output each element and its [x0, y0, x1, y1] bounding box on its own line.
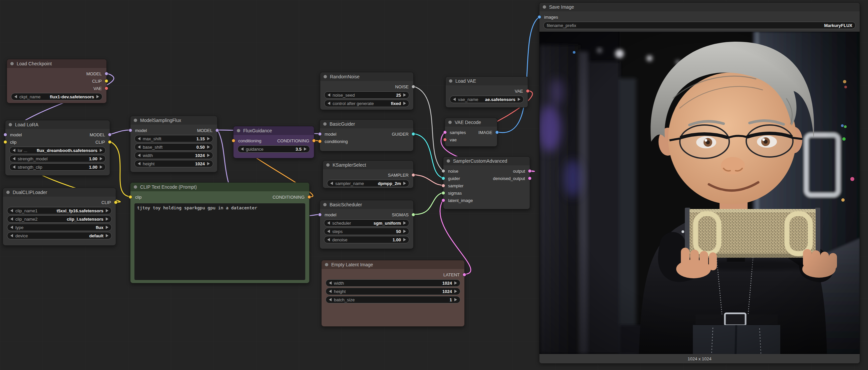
widget-device[interactable]: device default	[7, 232, 112, 239]
node-header[interactable]: Load VAE	[446, 77, 528, 85]
conditioning-input-port[interactable]	[232, 139, 236, 143]
increment-arrow-icon[interactable]	[207, 137, 210, 140]
prev-arrow-icon[interactable]	[328, 102, 330, 105]
node-empty-latent-image[interactable]: Empty Latent Image LATENT width 1024 hei…	[321, 260, 465, 327]
increment-arrow-icon[interactable]	[100, 157, 102, 160]
node-header[interactable]: ModelSamplingFlux	[130, 116, 217, 125]
node-flux-guidance[interactable]: FluxGuidance conditioning CONDITIONING g…	[233, 126, 314, 158]
latent-output-port[interactable]	[463, 273, 466, 277]
widget-sampler-name[interactable]: sampler_name dpmpp_2m	[327, 180, 409, 187]
decrement-arrow-icon[interactable]	[241, 147, 244, 151]
prev-arrow-icon[interactable]	[13, 149, 16, 152]
decrement-arrow-icon[interactable]	[13, 157, 16, 160]
widget-base-shift[interactable]: base_shift 0.50	[134, 143, 213, 151]
decrement-arrow-icon[interactable]	[138, 154, 141, 157]
increment-arrow-icon[interactable]	[207, 162, 210, 165]
node-header[interactable]: Empty Latent Image	[321, 260, 464, 269]
vae-output-port[interactable]	[526, 89, 530, 93]
node-ksampler-select[interactable]: KSamplerSelect SAMPLER sampler_name dpmp…	[322, 160, 414, 188]
node-header[interactable]: BasicGuider	[320, 120, 413, 128]
decrement-arrow-icon[interactable]	[329, 290, 332, 293]
prompt-textarea[interactable]: tjtoy toy holding sparkgpu gpu in a data…	[134, 203, 305, 280]
prev-arrow-icon[interactable]	[453, 98, 456, 101]
next-arrow-icon[interactable]	[403, 182, 406, 185]
widget-width[interactable]: width 1024	[134, 152, 213, 159]
model-input-port[interactable]	[4, 133, 7, 137]
node-model-sampling-flux[interactable]: ModelSamplingFlux model MODEL max_shift …	[130, 116, 217, 172]
increment-arrow-icon[interactable]	[207, 145, 210, 149]
guider-output-port[interactable]	[412, 132, 415, 136]
collapse-dot-icon[interactable]	[237, 129, 240, 132]
decrement-arrow-icon[interactable]	[327, 230, 330, 233]
clip-output-port[interactable]	[105, 79, 108, 83]
noise-input-port[interactable]	[442, 169, 445, 173]
decrement-arrow-icon[interactable]	[329, 281, 332, 285]
widget-guidance[interactable]: guidance 3.5	[238, 145, 310, 153]
next-arrow-icon[interactable]	[106, 234, 108, 237]
node-random-noise[interactable]: RandomNoise NOISE noise_seed 25 control …	[320, 72, 414, 110]
node-header[interactable]: Load Checkpoint	[7, 59, 106, 68]
widget-vae-name[interactable]: vae_name ae.safetensors	[450, 96, 524, 103]
model-output-port[interactable]	[108, 133, 112, 137]
conditioning-output-port[interactable]	[308, 195, 311, 199]
widget-steps[interactable]: steps 50	[324, 228, 409, 235]
node-header[interactable]: RandomNoise	[320, 72, 413, 81]
collapse-dot-icon[interactable]	[448, 121, 452, 124]
increment-arrow-icon[interactable]	[454, 298, 457, 301]
collapse-dot-icon[interactable]	[325, 263, 328, 266]
collapse-dot-icon[interactable]	[326, 163, 330, 167]
widget-strength-clip[interactable]: strength_clip 1.00	[9, 163, 106, 171]
next-arrow-icon[interactable]	[106, 209, 108, 212]
widget-latent-width[interactable]: width 1024	[326, 279, 460, 287]
latent-image-input-port[interactable]	[442, 199, 445, 202]
next-arrow-icon[interactable]	[106, 226, 108, 229]
node-sampler-custom-advanced[interactable]: SamplerCustomAdvanced noise output guide…	[443, 156, 530, 209]
decrement-arrow-icon[interactable]	[138, 137, 141, 140]
node-basic-guider[interactable]: BasicGuider model GUIDER conditioning	[319, 119, 414, 152]
sigmas-input-port[interactable]	[442, 191, 445, 195]
widget-height[interactable]: height 1024	[134, 160, 213, 167]
node-vae-decode[interactable]: VAE Decode samples IMAGE vae	[445, 118, 497, 147]
node-dual-clip-loader[interactable]: DualCLIPLoader CLIP clip_name1 t5xxl_fp1…	[3, 188, 116, 246]
widget-max-shift[interactable]: max_shift 1.15	[134, 135, 213, 142]
next-arrow-icon[interactable]	[403, 102, 406, 105]
increment-arrow-icon[interactable]	[454, 290, 457, 293]
prev-arrow-icon[interactable]	[10, 234, 13, 237]
sampler-input-port[interactable]	[442, 184, 445, 188]
prev-arrow-icon[interactable]	[330, 182, 333, 185]
increment-arrow-icon[interactable]	[100, 165, 102, 169]
sigmas-output-port[interactable]	[412, 213, 415, 217]
widget-scheduler[interactable]: scheduler sgm_uniform	[324, 219, 409, 227]
collapse-dot-icon[interactable]	[134, 185, 137, 189]
node-header[interactable]: CLIP Text Encode (Prompt)	[130, 183, 309, 191]
collapse-dot-icon[interactable]	[134, 119, 137, 122]
prev-arrow-icon[interactable]	[10, 209, 13, 212]
prev-arrow-icon[interactable]	[10, 217, 13, 221]
samples-input-port[interactable]	[443, 131, 447, 134]
guider-input-port[interactable]	[442, 177, 445, 180]
widget-latent-height[interactable]: height 1024	[326, 288, 460, 295]
collapse-dot-icon[interactable]	[9, 123, 12, 126]
next-arrow-icon[interactable]	[403, 221, 406, 225]
decrement-arrow-icon[interactable]	[328, 93, 330, 97]
increment-arrow-icon[interactable]	[403, 238, 406, 241]
node-header[interactable]: BasicScheduler	[320, 200, 413, 209]
decrement-arrow-icon[interactable]	[13, 165, 16, 169]
node-save-image[interactable]: Save Image images filename_prefix Markur…	[539, 2, 860, 363]
collapse-dot-icon[interactable]	[543, 5, 546, 9]
decrement-arrow-icon[interactable]	[138, 145, 141, 149]
noise-output-port[interactable]	[412, 85, 415, 89]
widget-batch-size[interactable]: batch_size 1	[326, 296, 460, 303]
node-header[interactable]: Load LoRA	[5, 120, 110, 129]
next-arrow-icon[interactable]	[518, 98, 520, 101]
node-load-vae[interactable]: Load VAE VAE vae_name ae.safetensors	[445, 76, 528, 108]
denoised-output-port[interactable]	[528, 177, 532, 180]
collapse-dot-icon[interactable]	[323, 122, 327, 126]
node-basic-scheduler[interactable]: BasicScheduler model SIGMAS scheduler sg…	[319, 200, 414, 249]
decrement-arrow-icon[interactable]	[327, 238, 330, 241]
decrement-arrow-icon[interactable]	[329, 298, 332, 301]
widget-clip-name2[interactable]: clip_name2 clip_l.safetensors	[7, 215, 112, 223]
node-load-checkpoint[interactable]: Load Checkpoint MODEL CLIP VAE ckpt_name…	[7, 59, 107, 103]
prev-arrow-icon[interactable]	[14, 95, 17, 98]
clip-output-port[interactable]	[114, 201, 118, 204]
